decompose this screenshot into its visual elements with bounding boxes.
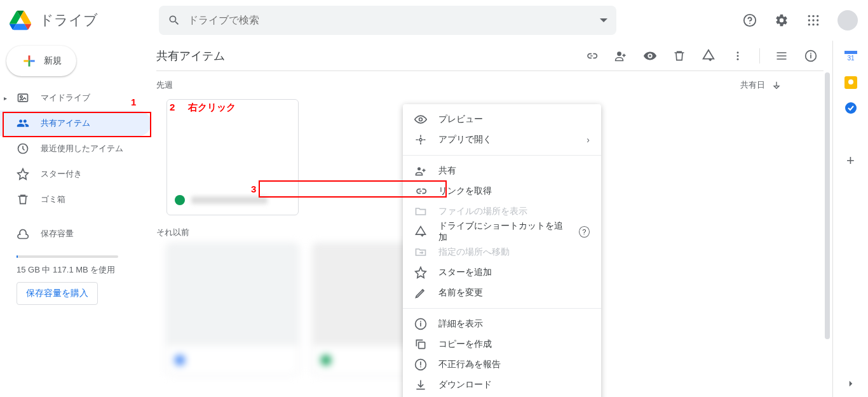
section-lastweek: 先週 — [156, 79, 173, 91]
docs-icon — [175, 355, 185, 365]
thumbnail — [167, 100, 298, 185]
account-avatar[interactable] — [837, 10, 858, 30]
move-icon — [414, 246, 427, 259]
sidebar-item-label: 最近使用したアイテム — [41, 143, 123, 154]
sidebar-item-label: 共有アイテム — [41, 118, 90, 129]
search-input[interactable] — [187, 14, 600, 27]
person-add-icon — [414, 165, 427, 177]
ctx-report[interactable]: 不正行為を報告 — [403, 354, 601, 375]
svg-point-29 — [845, 102, 857, 114]
tasks-app-icon[interactable] — [844, 102, 857, 114]
ctx-rename[interactable]: 名前を変更 — [403, 283, 601, 303]
chevron-right-icon: › — [587, 135, 590, 145]
storage-bar — [17, 255, 118, 258]
star-icon — [414, 266, 427, 279]
file-card[interactable] — [166, 99, 299, 215]
svg-point-10 — [817, 24, 818, 25]
shared-date-label: 共有日 — [740, 79, 765, 91]
info-icon — [414, 318, 427, 330]
preview-icon[interactable] — [637, 43, 663, 69]
ctx-download[interactable]: ダウンロード — [403, 375, 601, 395]
view-details-icon[interactable] — [798, 43, 824, 69]
search-bar[interactable] — [159, 6, 616, 35]
page-title: 共有アイテム — [156, 48, 225, 64]
ctx-moveto: 指定の場所へ移動 — [403, 242, 601, 262]
remove-icon[interactable] — [667, 43, 692, 69]
context-menu: プレビュー アプリで開く› 共有 リンクを取得 ファイルの場所を表示 ドライブに… — [403, 104, 601, 397]
svg-point-19 — [419, 118, 423, 121]
search-options-icon[interactable] — [600, 17, 607, 24]
svg-point-6 — [812, 19, 814, 21]
list-view-icon[interactable] — [769, 43, 794, 69]
new-button[interactable]: 新規 — [6, 46, 76, 76]
hide-rail-icon[interactable] — [845, 378, 857, 389]
sidebar-item-starred[interactable]: スター付き — [0, 161, 151, 187]
sort-icon[interactable] — [771, 80, 782, 90]
svg-point-15 — [737, 51, 739, 53]
brand-title: ドライブ — [39, 11, 98, 30]
file-name-blurred — [191, 196, 268, 204]
scrollbar[interactable] — [825, 72, 830, 339]
help-icon[interactable]: ? — [579, 226, 590, 238]
sidebar-item-recent[interactable]: 最近使用したアイテム — [0, 136, 151, 161]
sidebar-item-mydrive[interactable]: ▸ マイドライブ — [0, 85, 151, 111]
svg-rect-25 — [844, 51, 857, 54]
search-icon[interactable] — [168, 8, 180, 33]
ctx-addstar[interactable]: スターを追加 — [403, 262, 601, 283]
sheets-icon — [321, 355, 331, 365]
open-with-icon — [414, 133, 427, 146]
ctx-share[interactable]: 共有 — [403, 161, 601, 181]
svg-point-7 — [817, 19, 818, 21]
sidebar-item-label: マイドライブ — [41, 92, 90, 104]
ctx-preview[interactable]: プレビュー — [403, 109, 601, 130]
svg-point-14 — [617, 51, 621, 56]
expand-icon[interactable]: ▸ — [4, 95, 7, 102]
add-app-icon[interactable]: + — [846, 152, 855, 169]
drive-shortcut-icon — [414, 225, 427, 238]
separator — [759, 48, 760, 64]
svg-rect-22 — [419, 342, 425, 349]
sidebar-item-trash[interactable]: ゴミ箱 — [0, 187, 151, 212]
ctx-add-shortcut[interactable]: ドライブにショートカットを追加? — [403, 222, 601, 242]
thumbnail — [167, 244, 298, 346]
more-icon[interactable] — [725, 43, 750, 69]
link-icon — [414, 185, 427, 198]
ctx-show-location: ファイルの場所を表示 — [403, 201, 601, 222]
brand[interactable]: ドライブ — [8, 8, 159, 33]
separator — [403, 155, 601, 156]
sidebar-item-label: 保存容量 — [41, 228, 74, 239]
svg-point-28 — [848, 79, 853, 84]
sidebar-item-label: スター付き — [41, 168, 82, 180]
keep-app-icon[interactable] — [844, 76, 857, 89]
separator — [403, 308, 601, 309]
ctx-openwith[interactable]: アプリで開く› — [403, 130, 601, 150]
support-icon[interactable] — [737, 8, 763, 33]
buy-storage-button[interactable]: 保存容量を購入 — [17, 282, 98, 305]
svg-point-2 — [808, 15, 810, 17]
calendar-app-icon[interactable]: 31 — [844, 51, 857, 64]
get-link-icon[interactable] — [579, 43, 604, 69]
share-icon[interactable] — [608, 43, 634, 69]
plus-icon — [21, 53, 37, 69]
side-rail: 31 + — [832, 41, 868, 397]
add-shortcut-icon[interactable] — [696, 43, 721, 69]
svg-point-9 — [812, 24, 814, 25]
sidebar-item-storage[interactable]: 保存容量 — [0, 221, 151, 246]
svg-point-1 — [749, 23, 750, 24]
drive-logo-icon — [8, 8, 33, 33]
sidebar-item-shared[interactable]: 共有アイテム — [0, 111, 151, 136]
svg-point-8 — [808, 24, 810, 25]
svg-point-3 — [812, 15, 814, 17]
ctx-details[interactable]: 詳細を表示 — [403, 314, 601, 334]
download-icon — [414, 379, 427, 391]
apps-grid-icon[interactable] — [801, 8, 826, 33]
new-button-label: 新規 — [44, 55, 62, 67]
sheets-icon — [175, 195, 185, 205]
storage-text: 15 GB 中 117.1 MB を使用 — [17, 264, 151, 276]
ctx-makecopy[interactable]: コピーを作成 — [403, 334, 601, 354]
settings-icon[interactable] — [769, 8, 794, 33]
ctx-getlink[interactable]: リンクを取得 — [403, 181, 601, 201]
file-card[interactable] — [166, 243, 299, 375]
svg-point-5 — [808, 19, 810, 21]
copy-icon — [414, 338, 427, 351]
